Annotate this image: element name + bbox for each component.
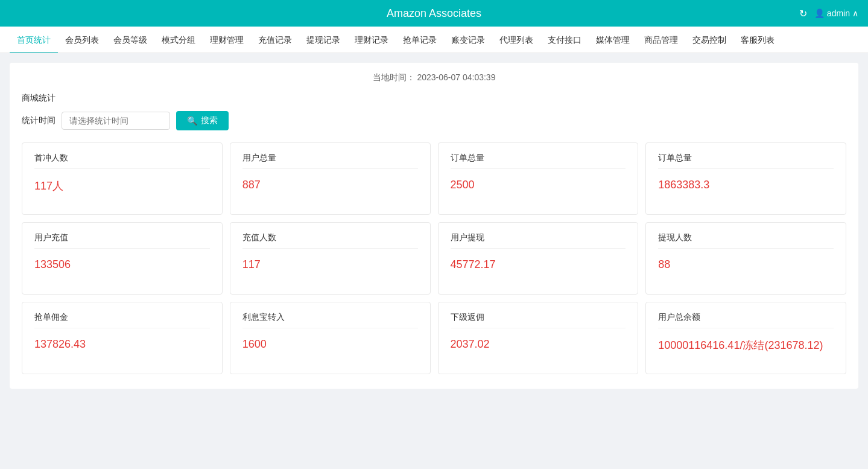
stat-card-value: 2500	[451, 179, 626, 191]
datetime-value: 2023-06-07 04:03:39	[417, 72, 495, 82]
stat-card-title: 用户总余额	[658, 312, 834, 328]
stats-row-1: 用户充值133506充值人数117用户提现45772.17提现人数88	[22, 222, 846, 295]
stats-row-0: 首冲人数117人用户总量887订单总量2500订单总量1863383.3	[22, 142, 846, 215]
stat-card-value: 1863383.3	[658, 179, 834, 191]
stat-card-title: 首冲人数	[34, 153, 210, 169]
stat-card-title: 订单总量	[451, 153, 626, 169]
app-title: Amazon Associates	[387, 7, 481, 20]
stat-card-1-3: 提现人数88	[645, 222, 846, 295]
nav-item-3[interactable]: 模式分组	[154, 27, 203, 53]
search-button[interactable]: 🔍 搜索	[176, 111, 229, 130]
stat-card-value: 117	[242, 258, 418, 271]
search-icon: 🔍	[187, 116, 197, 126]
stat-card-0-0: 首冲人数117人	[22, 142, 223, 215]
stat-card-2-0: 抢单佣金137826.43	[22, 302, 223, 374]
nav-item-12[interactable]: 媒体管理	[589, 27, 637, 53]
stat-card-1-1: 充值人数117	[230, 222, 431, 295]
stat-card-title: 抢单佣金	[34, 312, 210, 328]
stat-card-2-3: 用户总余额10000116416.41/冻结(231678.12)	[645, 302, 846, 374]
stat-card-0-3: 订单总量1863383.3	[645, 142, 846, 215]
nav-item-5[interactable]: 充值记录	[251, 27, 299, 53]
stat-card-title: 用户充值	[34, 232, 210, 249]
nav-item-7[interactable]: 理财记录	[347, 27, 396, 53]
nav-item-14[interactable]: 交易控制	[685, 27, 733, 53]
stat-card-2-2: 下级返佣2037.02	[438, 302, 639, 374]
stat-card-title: 用户提现	[451, 232, 626, 249]
nav-bar: 首页统计会员列表会员等级模式分组理财管理充值记录提现记录理财记录抢单记录账变记录…	[0, 27, 868, 53]
datetime-bar: 当地时间： 2023-06-07 04:03:39	[22, 72, 846, 83]
stats-panel: 当地时间： 2023-06-07 04:03:39 商城统计 统计时间 🔍 搜索…	[10, 63, 858, 389]
refresh-icon[interactable]: ↻	[799, 8, 807, 19]
search-button-label: 搜索	[201, 115, 218, 126]
username-label: admin	[827, 8, 850, 18]
stat-card-title: 用户总量	[242, 153, 418, 169]
nav-item-15[interactable]: 客服列表	[733, 27, 782, 53]
time-picker-input[interactable]	[62, 112, 170, 130]
stat-card-value: 88	[658, 258, 834, 271]
stat-card-value: 887	[242, 179, 418, 191]
user-info: 👤 admin ∧	[814, 8, 858, 18]
stat-card-0-2: 订单总量2500	[438, 142, 639, 215]
stat-card-title: 订单总量	[658, 153, 834, 169]
stat-card-value: 1600	[242, 338, 418, 351]
stat-card-value: 133506	[34, 258, 210, 271]
nav-item-6[interactable]: 提现记录	[299, 27, 347, 53]
stat-card-2-1: 利息宝转入1600	[230, 302, 431, 374]
user-icon: 👤	[814, 8, 825, 18]
stat-card-title: 下级返佣	[451, 312, 626, 328]
nav-item-4[interactable]: 理财管理	[203, 27, 251, 53]
datetime-label: 当地时间：	[373, 72, 415, 82]
stat-card-value: 2037.02	[451, 338, 626, 351]
stat-card-value: 117人	[34, 179, 210, 193]
nav-item-10[interactable]: 代理列表	[492, 27, 540, 53]
stat-card-value: 45772.17	[451, 258, 626, 271]
stat-card-0-1: 用户总量887	[230, 142, 431, 215]
header: Amazon Associates ↻ 👤 admin ∧	[0, 0, 868, 27]
stats-row-2: 抢单佣金137826.43利息宝转入1600下级返佣2037.02用户总余额10…	[22, 302, 846, 374]
stat-card-value: 10000116416.41/冻结(231678.12)	[658, 338, 834, 353]
nav-item-9[interactable]: 账变记录	[444, 27, 492, 53]
stats-container: 首冲人数117人用户总量887订单总量2500订单总量1863383.3用户充值…	[22, 142, 846, 374]
nav-item-0[interactable]: 首页统计	[10, 27, 58, 53]
nav-item-13[interactable]: 商品管理	[637, 27, 685, 53]
filter-label: 统计时间	[22, 115, 55, 126]
nav-item-2[interactable]: 会员等级	[106, 27, 154, 53]
section-title: 商城统计	[22, 93, 846, 104]
main-content: 当地时间： 2023-06-07 04:03:39 商城统计 统计时间 🔍 搜索…	[0, 53, 868, 398]
stat-card-1-0: 用户充值133506	[22, 222, 223, 295]
nav-item-11[interactable]: 支付接口	[540, 27, 589, 53]
stat-card-title: 提现人数	[658, 232, 834, 249]
chevron-up-icon[interactable]: ∧	[852, 8, 858, 18]
stat-card-value: 137826.43	[34, 338, 210, 351]
nav-item-8[interactable]: 抢单记录	[396, 27, 444, 53]
filter-row: 统计时间 🔍 搜索	[22, 111, 846, 130]
stat-card-title: 利息宝转入	[242, 312, 418, 328]
stat-card-1-2: 用户提现45772.17	[438, 222, 639, 295]
header-right: ↻ 👤 admin ∧	[799, 8, 858, 19]
stat-card-title: 充值人数	[242, 232, 418, 249]
nav-item-1[interactable]: 会员列表	[58, 27, 106, 53]
